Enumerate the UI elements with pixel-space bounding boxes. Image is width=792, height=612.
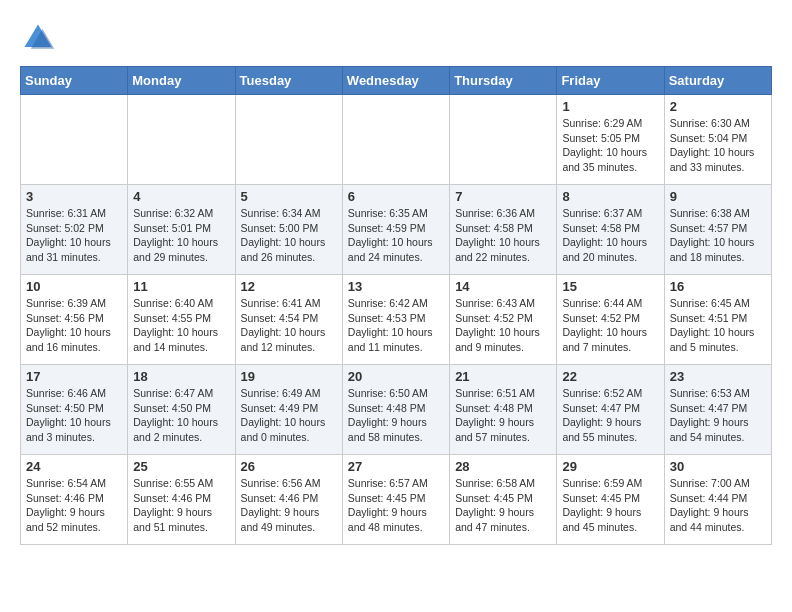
logo-icon (20, 20, 56, 56)
calendar-day-cell: 16Sunrise: 6:45 AM Sunset: 4:51 PM Dayli… (664, 275, 771, 365)
day-number: 26 (241, 459, 337, 474)
weekday-header: Monday (128, 67, 235, 95)
calendar-day-cell: 5Sunrise: 6:34 AM Sunset: 5:00 PM Daylig… (235, 185, 342, 275)
day-number: 13 (348, 279, 444, 294)
day-number: 27 (348, 459, 444, 474)
day-number: 12 (241, 279, 337, 294)
calendar-day-cell: 21Sunrise: 6:51 AM Sunset: 4:48 PM Dayli… (450, 365, 557, 455)
day-info: Sunrise: 6:34 AM Sunset: 5:00 PM Dayligh… (241, 206, 337, 265)
day-number: 30 (670, 459, 766, 474)
day-number: 17 (26, 369, 122, 384)
day-info: Sunrise: 6:52 AM Sunset: 4:47 PM Dayligh… (562, 386, 658, 445)
day-number: 3 (26, 189, 122, 204)
day-number: 9 (670, 189, 766, 204)
calendar-week-row: 24Sunrise: 6:54 AM Sunset: 4:46 PM Dayli… (21, 455, 772, 545)
calendar-day-cell (21, 95, 128, 185)
calendar-week-row: 1Sunrise: 6:29 AM Sunset: 5:05 PM Daylig… (21, 95, 772, 185)
calendar-day-cell: 26Sunrise: 6:56 AM Sunset: 4:46 PM Dayli… (235, 455, 342, 545)
day-number: 19 (241, 369, 337, 384)
day-number: 15 (562, 279, 658, 294)
day-info: Sunrise: 6:43 AM Sunset: 4:52 PM Dayligh… (455, 296, 551, 355)
calendar-day-cell: 15Sunrise: 6:44 AM Sunset: 4:52 PM Dayli… (557, 275, 664, 365)
day-number: 18 (133, 369, 229, 384)
day-info: Sunrise: 6:55 AM Sunset: 4:46 PM Dayligh… (133, 476, 229, 535)
calendar-day-cell: 3Sunrise: 6:31 AM Sunset: 5:02 PM Daylig… (21, 185, 128, 275)
day-number: 6 (348, 189, 444, 204)
day-number: 29 (562, 459, 658, 474)
day-number: 8 (562, 189, 658, 204)
weekday-header: Saturday (664, 67, 771, 95)
calendar-day-cell: 24Sunrise: 6:54 AM Sunset: 4:46 PM Dayli… (21, 455, 128, 545)
day-info: Sunrise: 6:37 AM Sunset: 4:58 PM Dayligh… (562, 206, 658, 265)
calendar-day-cell: 8Sunrise: 6:37 AM Sunset: 4:58 PM Daylig… (557, 185, 664, 275)
calendar-day-cell (342, 95, 449, 185)
calendar-body: 1Sunrise: 6:29 AM Sunset: 5:05 PM Daylig… (21, 95, 772, 545)
day-number: 10 (26, 279, 122, 294)
calendar-day-cell: 28Sunrise: 6:58 AM Sunset: 4:45 PM Dayli… (450, 455, 557, 545)
day-info: Sunrise: 6:39 AM Sunset: 4:56 PM Dayligh… (26, 296, 122, 355)
calendar-day-cell: 25Sunrise: 6:55 AM Sunset: 4:46 PM Dayli… (128, 455, 235, 545)
calendar-day-cell: 23Sunrise: 6:53 AM Sunset: 4:47 PM Dayli… (664, 365, 771, 455)
day-info: Sunrise: 6:41 AM Sunset: 4:54 PM Dayligh… (241, 296, 337, 355)
calendar-day-cell: 4Sunrise: 6:32 AM Sunset: 5:01 PM Daylig… (128, 185, 235, 275)
calendar-day-cell: 6Sunrise: 6:35 AM Sunset: 4:59 PM Daylig… (342, 185, 449, 275)
calendar-table: SundayMondayTuesdayWednesdayThursdayFrid… (20, 66, 772, 545)
day-number: 28 (455, 459, 551, 474)
day-info: Sunrise: 6:53 AM Sunset: 4:47 PM Dayligh… (670, 386, 766, 445)
day-info: Sunrise: 6:29 AM Sunset: 5:05 PM Dayligh… (562, 116, 658, 175)
calendar-day-cell (450, 95, 557, 185)
calendar-header: SundayMondayTuesdayWednesdayThursdayFrid… (21, 67, 772, 95)
calendar-day-cell: 10Sunrise: 6:39 AM Sunset: 4:56 PM Dayli… (21, 275, 128, 365)
calendar-day-cell (128, 95, 235, 185)
calendar-week-row: 10Sunrise: 6:39 AM Sunset: 4:56 PM Dayli… (21, 275, 772, 365)
weekday-header: Thursday (450, 67, 557, 95)
day-info: Sunrise: 6:30 AM Sunset: 5:04 PM Dayligh… (670, 116, 766, 175)
day-info: Sunrise: 6:31 AM Sunset: 5:02 PM Dayligh… (26, 206, 122, 265)
day-info: Sunrise: 6:57 AM Sunset: 4:45 PM Dayligh… (348, 476, 444, 535)
day-info: Sunrise: 6:59 AM Sunset: 4:45 PM Dayligh… (562, 476, 658, 535)
day-info: Sunrise: 6:32 AM Sunset: 5:01 PM Dayligh… (133, 206, 229, 265)
calendar-day-cell: 13Sunrise: 6:42 AM Sunset: 4:53 PM Dayli… (342, 275, 449, 365)
calendar-day-cell: 14Sunrise: 6:43 AM Sunset: 4:52 PM Dayli… (450, 275, 557, 365)
day-info: Sunrise: 6:54 AM Sunset: 4:46 PM Dayligh… (26, 476, 122, 535)
day-number: 21 (455, 369, 551, 384)
logo (20, 20, 60, 56)
day-info: Sunrise: 6:35 AM Sunset: 4:59 PM Dayligh… (348, 206, 444, 265)
day-number: 24 (26, 459, 122, 474)
weekday-row: SundayMondayTuesdayWednesdayThursdayFrid… (21, 67, 772, 95)
day-info: Sunrise: 6:46 AM Sunset: 4:50 PM Dayligh… (26, 386, 122, 445)
calendar-day-cell: 29Sunrise: 6:59 AM Sunset: 4:45 PM Dayli… (557, 455, 664, 545)
day-info: Sunrise: 6:56 AM Sunset: 4:46 PM Dayligh… (241, 476, 337, 535)
calendar-day-cell: 17Sunrise: 6:46 AM Sunset: 4:50 PM Dayli… (21, 365, 128, 455)
calendar-day-cell: 20Sunrise: 6:50 AM Sunset: 4:48 PM Dayli… (342, 365, 449, 455)
calendar-day-cell: 1Sunrise: 6:29 AM Sunset: 5:05 PM Daylig… (557, 95, 664, 185)
calendar-day-cell: 19Sunrise: 6:49 AM Sunset: 4:49 PM Dayli… (235, 365, 342, 455)
calendar-day-cell: 2Sunrise: 6:30 AM Sunset: 5:04 PM Daylig… (664, 95, 771, 185)
day-number: 5 (241, 189, 337, 204)
day-number: 4 (133, 189, 229, 204)
weekday-header: Friday (557, 67, 664, 95)
weekday-header: Tuesday (235, 67, 342, 95)
calendar-day-cell (235, 95, 342, 185)
calendar-day-cell: 9Sunrise: 6:38 AM Sunset: 4:57 PM Daylig… (664, 185, 771, 275)
calendar-day-cell: 11Sunrise: 6:40 AM Sunset: 4:55 PM Dayli… (128, 275, 235, 365)
weekday-header: Wednesday (342, 67, 449, 95)
calendar-day-cell: 18Sunrise: 6:47 AM Sunset: 4:50 PM Dayli… (128, 365, 235, 455)
calendar-day-cell: 30Sunrise: 7:00 AM Sunset: 4:44 PM Dayli… (664, 455, 771, 545)
day-info: Sunrise: 7:00 AM Sunset: 4:44 PM Dayligh… (670, 476, 766, 535)
day-info: Sunrise: 6:44 AM Sunset: 4:52 PM Dayligh… (562, 296, 658, 355)
day-number: 25 (133, 459, 229, 474)
weekday-header: Sunday (21, 67, 128, 95)
day-number: 16 (670, 279, 766, 294)
day-info: Sunrise: 6:45 AM Sunset: 4:51 PM Dayligh… (670, 296, 766, 355)
day-info: Sunrise: 6:40 AM Sunset: 4:55 PM Dayligh… (133, 296, 229, 355)
page-header (20, 20, 772, 56)
calendar-day-cell: 12Sunrise: 6:41 AM Sunset: 4:54 PM Dayli… (235, 275, 342, 365)
calendar-day-cell: 7Sunrise: 6:36 AM Sunset: 4:58 PM Daylig… (450, 185, 557, 275)
day-info: Sunrise: 6:42 AM Sunset: 4:53 PM Dayligh… (348, 296, 444, 355)
day-info: Sunrise: 6:49 AM Sunset: 4:49 PM Dayligh… (241, 386, 337, 445)
day-number: 14 (455, 279, 551, 294)
day-info: Sunrise: 6:50 AM Sunset: 4:48 PM Dayligh… (348, 386, 444, 445)
day-info: Sunrise: 6:38 AM Sunset: 4:57 PM Dayligh… (670, 206, 766, 265)
day-info: Sunrise: 6:51 AM Sunset: 4:48 PM Dayligh… (455, 386, 551, 445)
